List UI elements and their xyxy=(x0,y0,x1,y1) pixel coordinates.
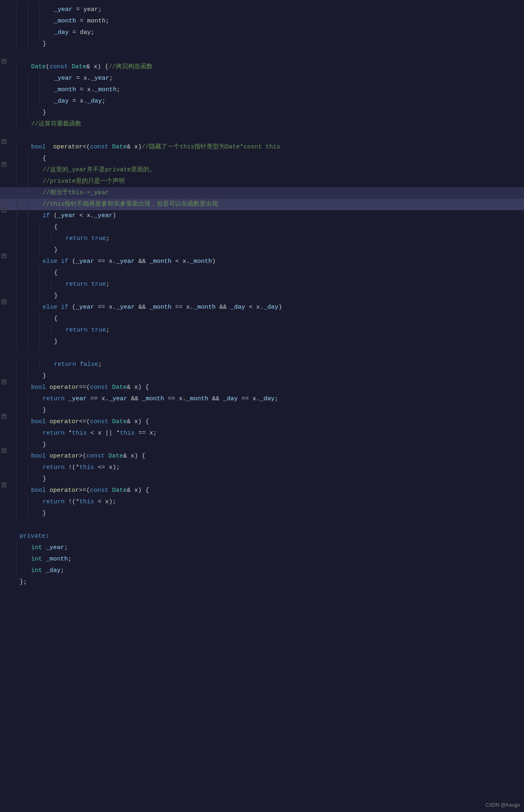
fold-icon[interactable]: − xyxy=(2,379,7,384)
code-line: return *this < x || *this == x; xyxy=(0,428,524,439)
line-content: bool operator==(const Date& x) { xyxy=(16,382,524,393)
code-line: _year = x._year; xyxy=(0,73,524,84)
code-line: } xyxy=(0,405,524,416)
code-text: return _year == x._year && _month == x._… xyxy=(16,393,278,405)
code-line: { xyxy=(0,313,524,325)
line-content: if (_year < x._year) xyxy=(16,210,524,222)
code-text: return true; xyxy=(16,279,110,290)
code-text: int _day; xyxy=(16,565,64,576)
code-text: return false; xyxy=(16,359,102,370)
line-content: //运算符重载函数 xyxy=(16,119,524,130)
code-text: } xyxy=(16,290,58,302)
line-content: { xyxy=(16,267,524,279)
code-line: return _year == x._year && _month == x._… xyxy=(0,393,524,405)
fold-icon[interactable]: − xyxy=(2,482,7,487)
line-content: } xyxy=(16,370,524,382)
code-line: −else if (_year == x._year && _month < x… xyxy=(0,256,524,267)
fold-icon[interactable]: − xyxy=(2,162,7,167)
code-text: } xyxy=(16,405,46,416)
code-line: −else if (_year == x._year && _month == … xyxy=(0,302,524,313)
code-line: −bool operator<=(const Date& x) { xyxy=(0,416,524,428)
line-content: //private里的只是一个声明 xyxy=(16,176,524,187)
code-line: { xyxy=(0,267,524,279)
code-line: { xyxy=(0,222,524,233)
line-content: bool operator<(const Date& x)//隐藏了一个this… xyxy=(16,141,524,153)
line-content: return _year == x._year && _month == x._… xyxy=(16,393,524,405)
code-text: return true; xyxy=(16,325,110,336)
code-line: −bool operator==(const Date& x) { xyxy=(0,382,524,393)
line-content: return false; xyxy=(16,359,524,370)
line-content: }; xyxy=(16,576,524,588)
code-editor: _year = year;_month = month;_day = day;}… xyxy=(0,0,524,812)
code-line: _month = x._month; xyxy=(0,84,524,96)
fold-icon[interactable]: − xyxy=(2,139,7,144)
code-text: else if (_year == x._year && _month == x… xyxy=(16,302,282,313)
line-content: //this指针不能再形参和实参里面出现，但是可以在函数里出现 xyxy=(16,199,524,210)
code-text: Date(const Date& x) {//拷贝构造函数 xyxy=(16,61,153,73)
code-line: } xyxy=(0,508,524,519)
code-text: else if (_year == x._year && _month < x.… xyxy=(16,256,216,267)
code-text: bool operator>=(const Date& x) { xyxy=(16,485,149,496)
code-line: } xyxy=(0,107,524,119)
code-line: //private里的只是一个声明 xyxy=(0,176,524,187)
line-content: return true; xyxy=(16,233,524,244)
code-line: return true; xyxy=(0,233,524,244)
code-line: _year = year; xyxy=(0,4,524,16)
line-content: Date(const Date& x) {//拷贝构造函数 xyxy=(16,61,524,73)
code-text: bool operator==(const Date& x) { xyxy=(16,382,149,393)
code-text: _day = x._day; xyxy=(16,96,106,107)
fold-icon[interactable]: − xyxy=(2,448,7,453)
code-text: }; xyxy=(16,576,27,588)
code-line xyxy=(0,50,524,61)
line-content: //这里的_year并不是private里面的, xyxy=(16,164,524,176)
line-content: int _year; xyxy=(16,542,524,554)
code-text: return !(*this < x); xyxy=(16,496,116,508)
line-content: bool operator>=(const Date& x) { xyxy=(16,485,524,496)
code-area: _year = year;_month = month;_day = day;}… xyxy=(0,0,524,592)
fold-icon[interactable]: − xyxy=(2,253,7,258)
fold-icon[interactable]: − xyxy=(2,59,7,64)
line-content: return *this < x || *this == x; xyxy=(16,428,524,439)
code-line: −//这里的_year并不是private里面的, xyxy=(0,164,524,176)
code-line: } xyxy=(0,336,524,348)
code-line xyxy=(0,519,524,531)
code-line: _day = day; xyxy=(0,27,524,38)
line-content: _day = day; xyxy=(16,27,524,38)
code-text: { xyxy=(16,313,58,325)
code-text: } xyxy=(16,107,46,119)
code-line: return true; xyxy=(0,279,524,290)
code-text: } xyxy=(16,473,46,485)
fold-icon[interactable]: − xyxy=(2,414,7,419)
line-content: bool operator<=(const Date& x) { xyxy=(16,416,524,428)
code-text: return !(*this <= x); xyxy=(16,462,120,473)
code-text: if (_year < x._year) xyxy=(16,210,116,222)
code-line: int _year; xyxy=(0,542,524,554)
line-content: { xyxy=(16,313,524,325)
code-line: { xyxy=(0,153,524,164)
code-text: //相当于this->_year xyxy=(16,187,109,199)
code-text: { xyxy=(16,267,58,279)
code-line: return true; xyxy=(0,325,524,336)
code-line: return !(*this < x); xyxy=(0,496,524,508)
code-text: _year = x._year; xyxy=(16,73,113,84)
code-line: −Date(const Date& x) {//拷贝构造函数 xyxy=(0,61,524,73)
fold-icon[interactable]: − xyxy=(2,208,7,213)
code-line: int _day; xyxy=(0,565,524,576)
line-content: } xyxy=(16,290,524,302)
line-content: _day = x._day; xyxy=(16,96,524,107)
line-content: { xyxy=(16,222,524,233)
code-text: } xyxy=(16,508,46,519)
code-text: //这里的_year并不是private里面的, xyxy=(16,164,153,176)
code-text: int _month; xyxy=(16,554,72,565)
code-line: return !(*this <= x); xyxy=(0,462,524,473)
fold-icon[interactable]: − xyxy=(2,299,7,304)
code-text: } xyxy=(16,244,58,256)
line-content: _year = year; xyxy=(16,4,524,16)
code-line: private: xyxy=(0,531,524,542)
code-line: //相当于this->_year xyxy=(0,187,524,199)
code-line: } xyxy=(0,370,524,382)
line-content: int _day; xyxy=(16,565,524,576)
code-text: bool operator<=(const Date& x) { xyxy=(16,416,149,428)
code-line: } xyxy=(0,244,524,256)
code-line: //this指针不能再形参和实参里面出现，但是可以在函数里出现 xyxy=(0,199,524,210)
